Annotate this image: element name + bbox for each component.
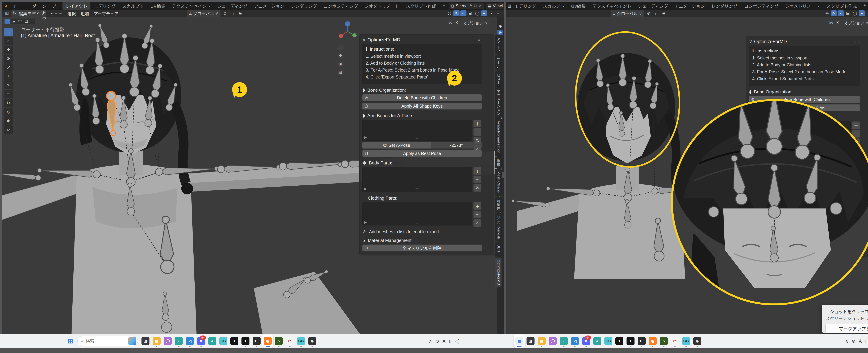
tray-icon-hidden-icons[interactable]: ∧ [845,339,848,344]
swap-button[interactable]: ⇅ [473,137,482,144]
menu-item[interactable]: ファイル [9,2,20,22]
viewport-toggle-shading-solid[interactable]: ● [481,10,487,16]
npanel-tab[interactable]: アニメーション [495,87,502,117]
header-menu-item[interactable]: 追加 [78,10,91,17]
npanel-tab[interactable]: 可塑性 [495,197,502,212]
workspace-tab[interactable]: UV編集 [568,2,589,10]
arm-bones-list[interactable]: ▶∷∷ [362,120,472,141]
viewlayer-selector[interactable]: ▤ ViewLayer ⧉ [486,3,504,9]
pivot-point-button[interactable]: ⊙ [222,10,228,16]
tool-button-bone-envelope[interactable]: ◆ [4,116,13,125]
tool-button-bone-roll[interactable]: ↻ [4,99,13,107]
workspace-tab[interactable]: テクスチャペイント [589,2,634,10]
taskbar-app-dark-app-1[interactable]: ♦ [229,334,240,348]
camera-view-icon[interactable]: ▣ [337,61,344,68]
viewport-toggle-xray[interactable]: ▣ [467,10,473,16]
workspace-tab[interactable]: スカルプト [119,2,147,10]
pivot-point-button[interactable]: ⊙ [646,10,652,16]
workspace-tab[interactable]: レンダリング [708,2,741,10]
tool-button-measure[interactable]: ⌗ [4,90,13,98]
taskbar-app-audio[interactable]: ◖ [173,334,184,348]
delete-bone-button[interactable]: ⊗Delete Bone with Children [362,94,482,101]
tool-button-shear[interactable]: ▱ [4,125,13,134]
workspace-tab[interactable]: スカルプト [540,2,568,10]
workspace-tab[interactable]: スクリプト作成 [403,2,439,10]
pan-hand-icon[interactable]: ✥ [337,52,344,59]
list-grip[interactable]: ∷∷ [415,221,420,224]
options-dropdown[interactable]: オプション∨ [461,19,490,26]
mirror-x-toggle[interactable]: X [835,20,840,26]
list-grip[interactable]: ∷∷ [415,136,420,140]
taskbar-app-cc-app[interactable]: CC [218,334,229,348]
workspace-tab[interactable]: コンポジティング [320,2,361,10]
search-box[interactable]: ⌕ [78,336,138,346]
taskbar-app-cc-app[interactable]: CC [603,334,614,348]
header-menu-item[interactable]: 選択 [65,10,78,17]
workspace-tab[interactable]: モデリング [91,2,119,10]
viewport-toggle-xray[interactable]: ▣ [845,10,851,16]
remove-button[interactable]: − [473,211,482,218]
orientation-dropdown[interactable]: ⟂ グローバル ∨ [611,10,644,17]
taskbar-app-theme[interactable]: ◨ [140,334,151,348]
taskbar-app-snipping[interactable]: ✂ [284,334,296,348]
taskbar-app-cc-live[interactable]: CC [681,334,692,348]
taskbar-app-discord[interactable]: ☻ 9+ [581,334,592,348]
npanel-tab[interactable]: 編集 [495,156,502,168]
taskbar-app-explorer[interactable]: ▤ [151,334,162,348]
viewport-toggle-show-filter[interactable]: ◎ [824,10,830,16]
tray-icon-ime[interactable]: A [442,339,445,344]
workspace-tab[interactable]: モデリング [512,2,539,10]
axis-gizmo[interactable]: Z [337,21,358,42]
taskbar-app-edge[interactable]: ◕ [592,334,603,348]
zoom-icon[interactable]: ⌕ [337,44,344,51]
orientation-dropdown[interactable]: ⟂ グローバル ∨ [187,10,220,17]
taskbar-app-dark-app-2[interactable]: ♦ [240,334,251,348]
workspace-tab[interactable]: アニメーション [672,2,708,10]
tool-button-move[interactable]: ✚ [4,46,13,54]
taskbar-app-blender[interactable]: ◉ [647,334,658,348]
npanel-tab[interactable]: SENT [495,242,502,256]
tool-button-transform[interactable]: ◰ [4,72,13,80]
workspace-tab[interactable]: スクリプト作成 [823,2,860,10]
workspace-tab[interactable]: アニメーション [251,2,287,10]
viewport-toggle-shading-material[interactable]: ◑ [488,10,494,16]
remove-button[interactable]: − [473,176,482,183]
set-a-pose-button[interactable]: ☋Set A-Pose [362,142,431,148]
tool-button-select-circle[interactable]: ◌ [4,37,13,45]
workspace-tab[interactable]: シェーディング [214,2,250,10]
editor-type-button[interactable]: ▦ [4,10,10,16]
taskbar-app-snipping[interactable]: ✂ [670,334,681,348]
apply-shape-keys-button[interactable]: ⬠Apply All Shape Keys [362,103,482,109]
panel-grip[interactable]: ∷∷ [477,38,482,42]
tray-icon-display-device[interactable]: ▯ [449,339,452,344]
workspace-tab[interactable]: ジオメトリノード [782,2,823,10]
proportional-edit-button[interactable]: ◉ [237,10,243,16]
scene-selector[interactable]: ◍ Scene ⚑ ⧉ ✕ [449,3,484,9]
taskbar-app-audio[interactable]: ◖ [558,334,569,348]
taskbar-app-kipcha[interactable]: K [273,334,284,348]
list-grip[interactable]: ∷∷ [415,187,420,191]
markup-share-button[interactable]: マークアップと共有 [826,324,868,333]
proportional-edit-button[interactable]: ◉ [661,10,667,16]
tray-icon-hidden-icons[interactable]: ∧ [429,339,432,344]
taskbar-app-terminal[interactable]: >_ [636,334,647,348]
workspace-tab[interactable]: UV編集 [147,2,168,10]
npanel-tab[interactable]: Mesh Cleaner [495,169,502,196]
viewport-toggle-shading-rendered[interactable]: ◒ [495,10,501,16]
taskbar-app-dark-app-1[interactable]: ♦ [614,334,625,348]
header-menu-item[interactable]: アーマチュア [91,10,121,17]
editor-type-button[interactable]: ▤ [507,3,511,9]
blender-logo-icon[interactable]: ◕ [2,3,9,9]
menu-item[interactable]: ウィンドウ [39,2,49,22]
taskbar-app-vscode[interactable]: ◁ [184,334,195,348]
search-input[interactable] [85,339,121,344]
clear-button[interactable]: ✕ [473,184,482,192]
snap-magnet-button[interactable]: ∩ [229,10,236,16]
menu-item[interactable]: レンダー [29,2,39,22]
tool-button-annotate[interactable]: ✎ [4,81,13,90]
clear-button[interactable]: ✕ [473,219,482,227]
tool-button-rotate[interactable]: ⟳ [4,55,13,63]
npanel-tab[interactable]: ツール [495,55,502,70]
taskbar-app-explorer[interactable]: ▤ [536,334,547,348]
options-dropdown[interactable]: オプション∨ [842,19,868,26]
